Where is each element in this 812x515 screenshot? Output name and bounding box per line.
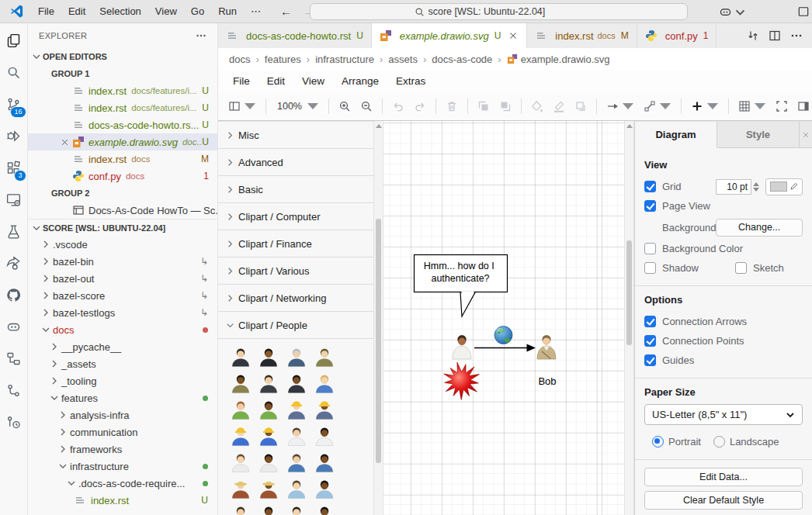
open-editor-item[interactable]: Docs-As-Code HowTo — Sc... xyxy=(28,202,217,219)
tab-example-drawio-svg[interactable]: example.drawio.svgU xyxy=(372,23,528,48)
open-editor-item[interactable]: conf.pydocs1 xyxy=(28,168,217,185)
table-dropdown[interactable] xyxy=(734,97,770,116)
person-shape[interactable] xyxy=(311,423,338,449)
close-icon[interactable] xyxy=(57,137,72,147)
person-shape[interactable] xyxy=(227,396,255,423)
open-editor-item[interactable]: index.rstdocs/features/i...U xyxy=(28,82,217,99)
person-shape[interactable] xyxy=(227,449,255,475)
person-shape[interactable] xyxy=(311,502,338,515)
tab-conf-py[interactable]: conf.py1 xyxy=(637,23,717,48)
menu-selection[interactable]: Selection xyxy=(92,5,147,17)
split-editor-icon[interactable] xyxy=(769,29,781,42)
breadcrumb-assets[interactable]: assets xyxy=(388,54,418,65)
person-shape[interactable] xyxy=(255,396,283,423)
zoom-dropdown[interactable]: 100% xyxy=(272,97,323,116)
person-shape[interactable] xyxy=(283,370,311,396)
activity-live-share[interactable] xyxy=(0,247,28,279)
tree-item-bazel-testlogs[interactable]: bazel-testlogs↳ xyxy=(28,304,217,321)
person-shape[interactable] xyxy=(255,475,283,502)
scroll-up-arrow-icon[interactable] xyxy=(626,124,633,128)
connection-points-checkbox[interactable] xyxy=(644,335,656,347)
activity-git-log[interactable] xyxy=(0,406,28,438)
person-shape[interactable] xyxy=(255,423,283,449)
shape-section-clipart-finance[interactable]: Clipart / Finance xyxy=(218,230,373,258)
tree-item-features[interactable]: features xyxy=(28,389,217,406)
person-shape[interactable] xyxy=(311,370,338,396)
shape-section-clipart-computer[interactable]: Clipart / Computer xyxy=(218,203,373,230)
shape-section-clipart-people[interactable]: Clipart / People xyxy=(218,312,373,339)
connection-dropdown[interactable] xyxy=(602,97,638,116)
close-icon[interactable] xyxy=(508,30,519,41)
menu-edit[interactable]: Edit xyxy=(61,5,92,17)
change-background-button[interactable]: Change... xyxy=(716,219,803,237)
menu-run[interactable]: Run xyxy=(211,5,244,17)
drawio-canvas[interactable]: Hmm... how do I authenticate? xyxy=(383,121,624,515)
waypoints-dropdown[interactable] xyxy=(640,97,675,116)
connection-arrows-checkbox[interactable] xyxy=(644,316,656,327)
menu-go[interactable]: Go xyxy=(184,5,211,17)
activity-testing[interactable] xyxy=(0,216,28,247)
fullscreen-button[interactable] xyxy=(772,97,792,116)
shape-section-clipart-networking[interactable]: Clipart / Networking xyxy=(218,285,373,312)
edit-data-button[interactable]: Edit Data... xyxy=(644,468,803,486)
person-shape[interactable] xyxy=(255,502,283,515)
close-panel-icon[interactable] xyxy=(801,130,810,140)
tree-item-analysis-infra[interactable]: analysis-infra xyxy=(28,406,217,423)
person-shape[interactable] xyxy=(283,502,311,515)
open-changes-icon[interactable] xyxy=(747,29,759,42)
tree-item-infrastructure[interactable]: infrastructure xyxy=(28,458,217,475)
canvas-scrollbar[interactable] xyxy=(624,121,634,515)
tree-item-tooling[interactable]: _tooling xyxy=(28,372,217,389)
tree-item-communication[interactable]: communication xyxy=(28,423,217,441)
person-shape[interactable] xyxy=(255,449,283,475)
view-layout-dropdown[interactable] xyxy=(224,97,260,116)
tree-item-pycache[interactable]: __pycache__ xyxy=(28,338,217,355)
page-view-checkbox[interactable] xyxy=(644,200,656,212)
drawio-menu-arrange[interactable]: Arrange xyxy=(335,74,386,88)
person-shape[interactable] xyxy=(283,423,311,449)
drawio-menu-file[interactable]: File xyxy=(226,74,257,88)
search-input[interactable] xyxy=(429,6,584,17)
format-tab-diagram[interactable]: Diagram xyxy=(635,122,717,148)
shape-section-clipart-various[interactable]: Clipart / Various xyxy=(218,258,373,285)
open-editor-item[interactable]: docs-as-code-howto.rs...U xyxy=(28,116,217,133)
landscape-option[interactable]: Landscape xyxy=(713,436,779,448)
landscape-radio[interactable] xyxy=(713,436,725,448)
bob-label[interactable]: Bob xyxy=(538,375,556,387)
person-shape[interactable] xyxy=(227,344,255,370)
open-editor-item[interactable]: example.drawio.svgdoc...U xyxy=(28,133,217,150)
scroll-up-arrow-icon[interactable] xyxy=(376,124,382,128)
guides-checkbox[interactable] xyxy=(644,354,656,366)
more-actions-icon[interactable] xyxy=(790,29,803,42)
tree-item-bazel-out[interactable]: bazel-out↳ xyxy=(28,270,217,287)
activity-git-graph[interactable] xyxy=(0,375,28,406)
person-shape[interactable] xyxy=(227,423,255,449)
grid-checkbox[interactable] xyxy=(644,181,656,192)
insert-dropdown[interactable] xyxy=(687,97,723,116)
person-shape[interactable] xyxy=(283,344,311,370)
shape-section-misc[interactable]: Misc xyxy=(218,122,373,149)
activity-run-debug[interactable] xyxy=(0,120,28,152)
tree-item-vscode[interactable]: .vscode xyxy=(28,236,217,253)
portrait-radio[interactable] xyxy=(652,436,664,448)
portrait-option[interactable]: Portrait xyxy=(652,436,701,448)
grid-color-swatch[interactable] xyxy=(765,178,803,195)
breadcrumb-example-drawio-svg[interactable]: example.drawio.svg xyxy=(521,54,610,65)
drawio-menu-extras[interactable]: Extras xyxy=(389,74,432,88)
zoom-out-button[interactable] xyxy=(356,97,377,116)
globe-shape[interactable] xyxy=(494,327,512,344)
scrollbar-thumb[interactable] xyxy=(376,219,381,463)
activity-hierarchy[interactable] xyxy=(0,343,28,375)
scrollbar-thumb[interactable] xyxy=(626,240,632,345)
grid-size-stepper[interactable] xyxy=(753,182,759,192)
person-shape[interactable] xyxy=(311,396,338,423)
layout-panel-icon[interactable] xyxy=(798,6,809,17)
shape-section-basic[interactable]: Basic xyxy=(218,176,373,203)
tab-docs-as-code-howto-rst[interactable]: docs-as-code-howto.rstU xyxy=(218,23,372,48)
person-shape[interactable] xyxy=(227,502,255,515)
activity-extensions[interactable]: 3 xyxy=(0,152,28,184)
person-shape[interactable] xyxy=(311,449,338,475)
person-alice-shape[interactable] xyxy=(453,335,471,359)
activity-search[interactable] xyxy=(0,57,28,88)
activity-copilot-chat[interactable] xyxy=(0,311,28,343)
